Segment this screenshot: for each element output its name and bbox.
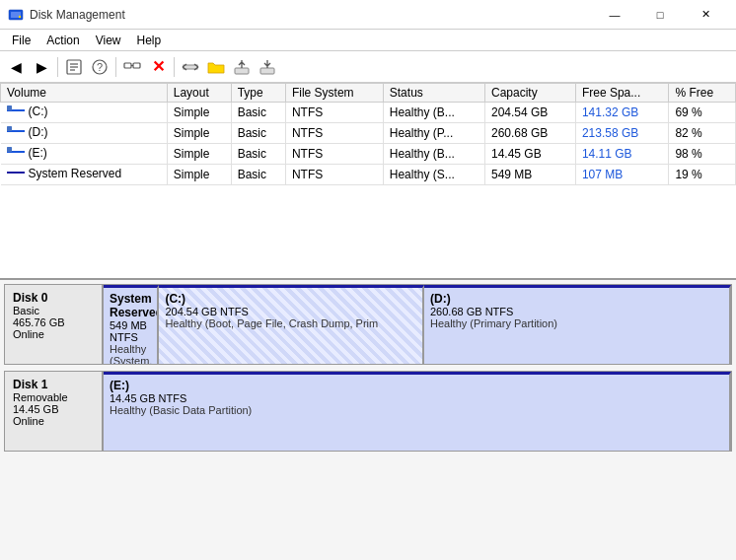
disk-label-1: Disk 1 Removable 14.45 GB Online bbox=[5, 372, 104, 451]
partition-1-0[interactable]: (E:) 14.45 GB NTFS Healthy (Basic Data P… bbox=[104, 372, 731, 451]
part-name: System Reserved bbox=[110, 292, 151, 319]
partition-0-1[interactable]: (C:) 204.54 GB NTFS Healthy (Boot, Page … bbox=[159, 285, 424, 364]
cell-volume: (C:) bbox=[1, 103, 168, 123]
window-title: Disk Management bbox=[30, 8, 125, 22]
table-row[interactable]: (D:) Simple Basic NTFS Healthy (P... 260… bbox=[1, 123, 736, 144]
cell-layout: Simple bbox=[167, 165, 231, 185]
cell-capacity: 14.45 GB bbox=[485, 144, 576, 165]
svg-rect-20 bbox=[7, 105, 12, 110]
col-type[interactable]: Type bbox=[231, 84, 285, 103]
table-row[interactable]: (C:) Simple Basic NTFS Healthy (B... 204… bbox=[1, 103, 736, 123]
table-row[interactable]: (E:) Simple Basic NTFS Healthy (B... 14.… bbox=[1, 144, 736, 165]
disk-row-0: Disk 0 Basic 465.76 GB Online System Res… bbox=[4, 284, 732, 365]
shrink-button[interactable] bbox=[179, 55, 202, 79]
close-button[interactable]: ✕ bbox=[683, 0, 728, 30]
delete-button[interactable]: ✕ bbox=[146, 55, 170, 79]
cell-filesystem: NTFS bbox=[285, 123, 383, 144]
separator-2 bbox=[115, 57, 116, 77]
col-capacity[interactable]: Capacity bbox=[485, 84, 576, 103]
import-button[interactable] bbox=[256, 55, 279, 79]
cell-freespace: 107 MB bbox=[575, 165, 669, 185]
separator-1 bbox=[57, 57, 58, 77]
svg-rect-10 bbox=[133, 63, 140, 68]
cell-filesystem: NTFS bbox=[285, 103, 383, 123]
cell-type: Basic bbox=[231, 165, 285, 185]
cell-type: Basic bbox=[231, 103, 285, 123]
properties-button[interactable] bbox=[62, 55, 86, 79]
minimize-button[interactable]: — bbox=[592, 0, 637, 30]
svg-point-2 bbox=[19, 15, 21, 17]
svg-rect-22 bbox=[7, 126, 12, 131]
menu-file[interactable]: File bbox=[4, 32, 38, 49]
table-row[interactable]: System Reserved Simple Basic NTFS Health… bbox=[1, 165, 736, 185]
cell-type: Basic bbox=[231, 123, 285, 144]
col-status[interactable]: Status bbox=[383, 84, 484, 103]
export-button[interactable] bbox=[230, 55, 254, 79]
part-status: Healthy (Basic Data Partition) bbox=[110, 404, 723, 416]
svg-rect-24 bbox=[7, 147, 12, 152]
part-size: 260.68 GB NTFS bbox=[430, 306, 723, 317]
col-layout[interactable]: Layout bbox=[167, 84, 231, 103]
svg-rect-25 bbox=[7, 172, 25, 174]
table-header-row: Volume Layout Type File System Status Ca… bbox=[1, 84, 736, 103]
folder-button[interactable] bbox=[204, 55, 228, 79]
cell-status: Healthy (S... bbox=[383, 165, 484, 185]
cell-filesystem: NTFS bbox=[285, 144, 383, 165]
part-status: Healthy (Boot, Page File, Crash Dump, Pr… bbox=[165, 317, 416, 329]
help-button[interactable]: ? bbox=[88, 55, 111, 79]
cell-layout: Simple bbox=[167, 144, 231, 165]
separator-3 bbox=[174, 57, 175, 77]
forward-button[interactable]: ▶ bbox=[30, 55, 53, 79]
disk-size: 465.76 GB bbox=[13, 316, 94, 328]
title-bar: Disk Management — □ ✕ bbox=[0, 0, 736, 30]
col-freespace[interactable]: Free Spa... bbox=[575, 84, 669, 103]
col-volume[interactable]: Volume bbox=[1, 84, 168, 103]
cell-freespace: 213.58 GB bbox=[575, 123, 669, 144]
col-percentfree[interactable]: % Free bbox=[669, 84, 736, 103]
cell-percentfree: 98 % bbox=[669, 144, 736, 165]
disk-label-0: Disk 0 Basic 465.76 GB Online bbox=[5, 285, 104, 364]
volume-table-area: Volume Layout Type File System Status Ca… bbox=[0, 83, 736, 280]
back-button[interactable]: ◀ bbox=[4, 55, 28, 79]
cell-percentfree: 19 % bbox=[669, 165, 736, 185]
disk-area: Disk 0 Basic 465.76 GB Online System Res… bbox=[0, 280, 736, 560]
col-filesystem[interactable]: File System bbox=[285, 84, 383, 103]
cell-capacity: 204.54 GB bbox=[485, 103, 576, 123]
cell-capacity: 260.68 GB bbox=[485, 123, 576, 144]
menu-view[interactable]: View bbox=[88, 32, 129, 49]
svg-rect-18 bbox=[260, 68, 274, 74]
disk-row-1: Disk 1 Removable 14.45 GB Online (E:) 14… bbox=[4, 371, 732, 452]
cell-freespace: 14.11 GB bbox=[575, 144, 669, 165]
disk-size: 14.45 GB bbox=[13, 403, 94, 415]
menu-action[interactable]: Action bbox=[38, 32, 87, 49]
partition-0-0[interactable]: System Reserved 549 MB NTFS Healthy (Sys… bbox=[104, 285, 159, 364]
part-size: 549 MB NTFS bbox=[110, 319, 151, 343]
disk-partitions-1: (E:) 14.45 GB NTFS Healthy (Basic Data P… bbox=[104, 372, 731, 451]
cell-volume: (D:) bbox=[1, 123, 168, 144]
partition-0-2[interactable]: (D:) 260.68 GB NTFS Healthy (Primary Par… bbox=[424, 285, 731, 364]
cell-volume: (E:) bbox=[1, 144, 168, 165]
disk-type: Basic bbox=[13, 305, 94, 316]
disk-name: Disk 1 bbox=[13, 378, 94, 391]
disk-status: Online bbox=[13, 328, 94, 340]
cell-layout: Simple bbox=[167, 103, 231, 123]
maximize-button[interactable]: □ bbox=[637, 0, 683, 30]
svg-rect-12 bbox=[184, 65, 197, 69]
svg-rect-17 bbox=[235, 68, 249, 74]
cell-freespace: 141.32 GB bbox=[575, 103, 669, 123]
disk-status: Online bbox=[13, 415, 94, 427]
cell-layout: Simple bbox=[167, 123, 231, 144]
menu-help[interactable]: Help bbox=[129, 32, 170, 49]
svg-text:?: ? bbox=[97, 61, 103, 73]
cell-volume: System Reserved bbox=[1, 165, 168, 185]
cell-percentfree: 69 % bbox=[669, 103, 736, 123]
part-name: (C:) bbox=[165, 292, 416, 306]
window-controls: — □ ✕ bbox=[592, 0, 728, 30]
connect-button[interactable] bbox=[120, 55, 144, 79]
cell-filesystem: NTFS bbox=[285, 165, 383, 185]
disk-name: Disk 0 bbox=[13, 291, 94, 305]
svg-rect-9 bbox=[124, 63, 131, 68]
disk-partitions-0: System Reserved 549 MB NTFS Healthy (Sys… bbox=[104, 285, 731, 364]
menu-bar: File Action View Help bbox=[0, 30, 736, 51]
cell-status: Healthy (P... bbox=[383, 123, 484, 144]
